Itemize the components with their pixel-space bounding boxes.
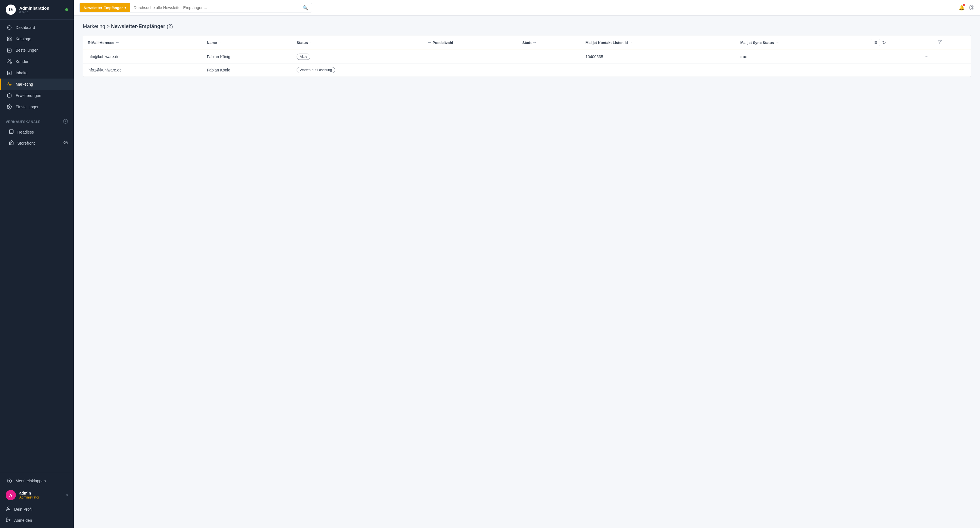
cell-mailjet-id-2 bbox=[581, 64, 736, 77]
sidebar-label-headless: Headless bbox=[17, 130, 34, 134]
newsletter-table: E-Mail-Adresse ··· Name ··· bbox=[83, 35, 970, 76]
cell-name-1: Fabian König bbox=[202, 50, 292, 64]
collapse-label: Menü einklappen bbox=[16, 479, 46, 483]
online-indicator bbox=[65, 8, 68, 11]
sidebar-item-einstellungen[interactable]: Einstellungen bbox=[0, 101, 74, 113]
cell-email-1: info@kuhlware.de bbox=[83, 50, 202, 64]
sidebar-item-erweiterungen[interactable]: Erweiterungen bbox=[0, 90, 74, 101]
sidebar-label-erweiterungen: Erweiterungen bbox=[16, 93, 41, 98]
search-icon[interactable]: 🔍 bbox=[302, 5, 308, 11]
sales-channels-section: Verkaufskanäle Headless Storefront bbox=[0, 115, 74, 149]
col-mailjet-sync-options[interactable]: ··· bbox=[776, 41, 778, 45]
user-info: admin Administrator bbox=[19, 491, 63, 499]
cell-plz-2 bbox=[424, 64, 518, 77]
sidebar-item-kataloge[interactable]: Kataloge bbox=[0, 33, 74, 45]
status-badge-aktiv: Aktiv bbox=[297, 54, 310, 60]
logout-icon bbox=[6, 517, 11, 523]
filter-selector-button[interactable]: Newsletter-Empfänger ▾ bbox=[80, 3, 130, 12]
help-icon[interactable]: ⓪ bbox=[969, 4, 974, 11]
dashboard-icon bbox=[6, 25, 12, 30]
marketing-icon bbox=[6, 81, 12, 87]
table-filter-button[interactable] bbox=[937, 40, 942, 45]
search-input[interactable] bbox=[134, 3, 302, 12]
row-actions-2[interactable]: ··· bbox=[866, 64, 933, 77]
app-version: 6.6.0.1 bbox=[19, 11, 49, 14]
col-status-options[interactable]: ··· bbox=[310, 41, 312, 45]
cell-plz-1 bbox=[424, 50, 518, 64]
sidebar: G Administration 6.6.0.1 Dashboard Katal… bbox=[0, 0, 74, 528]
add-sales-channel-icon[interactable] bbox=[63, 119, 68, 125]
collapse-menu-button[interactable]: Menü einklappen bbox=[0, 475, 74, 487]
col-email: E-Mail-Adresse ··· bbox=[83, 35, 202, 50]
sidebar-label-einstellungen: Einstellungen bbox=[16, 105, 40, 109]
profile-link[interactable]: Dein Profil bbox=[0, 504, 74, 515]
bestellungen-icon bbox=[6, 47, 12, 53]
col-email-options[interactable]: ··· bbox=[116, 41, 119, 45]
col-actions-header: ↻ bbox=[866, 35, 933, 50]
sidebar-item-marketing[interactable]: Marketing bbox=[0, 78, 74, 90]
sidebar-label-storefront: Storefront bbox=[17, 141, 35, 145]
app-name: Administration bbox=[19, 6, 49, 11]
table-row: info@kuhlware.de Fabian König Aktiv 1040… bbox=[83, 50, 970, 64]
user-section[interactable]: A admin Administrator ▾ bbox=[0, 487, 74, 504]
row-actions-1[interactable]: ··· bbox=[866, 50, 933, 64]
sidebar-item-bestellungen[interactable]: Bestellungen bbox=[0, 45, 74, 56]
cell-mailjet-id-1: 10400535 bbox=[581, 50, 736, 64]
sidebar-item-dashboard[interactable]: Dashboard bbox=[0, 22, 74, 33]
col-name-options[interactable]: ··· bbox=[219, 41, 221, 45]
cell-stadt-2 bbox=[518, 64, 581, 77]
user-role: Administrator bbox=[19, 495, 63, 499]
einstellungen-icon bbox=[6, 104, 12, 110]
cell-name-2: Fabian König bbox=[202, 64, 292, 77]
cell-stadt-1 bbox=[518, 50, 581, 64]
column-settings-button[interactable] bbox=[871, 39, 880, 46]
sidebar-item-kunden[interactable]: Kunden bbox=[0, 56, 74, 67]
svg-point-16 bbox=[7, 507, 9, 509]
sidebar-item-storefront[interactable]: Storefront bbox=[0, 138, 74, 149]
sales-channels-label: Verkaufskanäle bbox=[0, 115, 74, 126]
page-title: Marketing > Newsletter-Empfänger (2) bbox=[83, 24, 971, 30]
notification-bell-wrapper: 🔔 bbox=[958, 5, 965, 11]
sidebar-item-inhalte[interactable]: Inhalte bbox=[0, 67, 74, 78]
avatar: A bbox=[6, 490, 16, 500]
eye-icon[interactable] bbox=[64, 140, 68, 146]
svg-rect-1 bbox=[7, 37, 9, 38]
row-filter-1 bbox=[933, 50, 970, 64]
col-stadt-options[interactable]: ··· bbox=[533, 41, 536, 45]
svg-rect-4 bbox=[10, 40, 11, 41]
breadcrumb-current: Newsletter-Empfänger bbox=[111, 24, 165, 29]
col-plz-sort[interactable]: ··· bbox=[428, 41, 431, 45]
kunden-icon bbox=[6, 59, 12, 64]
logout-link[interactable]: Abmelden bbox=[0, 515, 74, 526]
filter-chevron-icon: ▾ bbox=[124, 6, 126, 10]
sidebar-label-dashboard: Dashboard bbox=[16, 25, 35, 30]
svg-point-8 bbox=[9, 107, 10, 108]
svg-point-13 bbox=[65, 142, 66, 143]
cell-mailjet-sync-1: true bbox=[736, 50, 866, 64]
col-postleitzahl: ··· Postleitzahl bbox=[424, 35, 518, 50]
inhalte-icon bbox=[6, 70, 12, 76]
refresh-button[interactable]: ↻ bbox=[882, 40, 886, 45]
kataloge-icon bbox=[6, 36, 12, 42]
topbar-right: 🔔 ⓪ bbox=[958, 4, 974, 11]
sidebar-label-kunden: Kunden bbox=[16, 59, 29, 64]
col-mailjet-id-options[interactable]: ··· bbox=[630, 41, 632, 45]
sidebar-label-kataloge: Kataloge bbox=[16, 37, 31, 41]
erweiterungen-icon bbox=[6, 93, 12, 99]
sidebar-footer: Menü einklappen A admin Administrator ▾ … bbox=[0, 473, 74, 528]
col-stadt: Stadt ··· bbox=[518, 35, 581, 50]
svg-rect-12 bbox=[10, 130, 13, 134]
sidebar-label-marketing: Marketing bbox=[16, 82, 33, 86]
svg-rect-2 bbox=[10, 37, 11, 38]
breadcrumb-marketing: Marketing bbox=[83, 24, 105, 29]
col-filter-header bbox=[933, 35, 970, 50]
cell-email-2: info1@kuhlware.de bbox=[83, 64, 202, 77]
app-title-block: Administration 6.6.0.1 bbox=[19, 6, 49, 14]
cell-mailjet-sync-2 bbox=[736, 64, 866, 77]
storefront-icon bbox=[9, 140, 14, 146]
collapse-icon bbox=[6, 478, 12, 484]
topbar: Newsletter-Empfänger ▾ 🔍 🔔 ⓪ bbox=[74, 0, 980, 16]
sidebar-header: G Administration 6.6.0.1 bbox=[0, 0, 74, 19]
sidebar-item-headless[interactable]: Headless bbox=[0, 126, 74, 138]
sidebar-label-bestellungen: Bestellungen bbox=[16, 48, 38, 52]
